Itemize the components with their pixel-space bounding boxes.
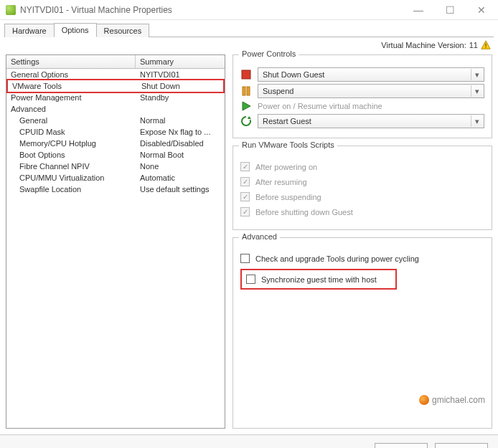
settings-row[interactable]: Advanced bbox=[6, 103, 225, 115]
settings-list: Settings Summary General OptionsNYITVDI0… bbox=[6, 54, 225, 429]
settings-row[interactable]: CPUID MaskExpose Nx flag to ... bbox=[6, 126, 225, 138]
poweron-text: Power on / Resume virtual machine bbox=[258, 102, 382, 110]
chevron-down-icon: ▾ bbox=[471, 85, 482, 97]
checkbox-icon[interactable] bbox=[246, 275, 255, 284]
vm-version-value: 11 bbox=[469, 41, 478, 49]
settings-row[interactable]: CPU/MMU VirtualizationAutomatic bbox=[6, 172, 225, 184]
minimize-button[interactable]: — bbox=[408, 4, 429, 16]
settings-row-name: Power Management bbox=[6, 92, 136, 103]
power-controls-legend: Power Controls bbox=[239, 49, 299, 58]
settings-row[interactable]: Boot OptionsNormal Boot bbox=[6, 149, 225, 161]
pause-icon bbox=[240, 85, 252, 97]
cancel-button[interactable]: Cancel bbox=[435, 443, 488, 449]
settings-row-summary bbox=[136, 103, 225, 115]
settings-row-name: Advanced bbox=[6, 103, 136, 115]
settings-row[interactable]: Memory/CPU HotplugDisabled/Disabled bbox=[6, 138, 225, 149]
svg-rect-5 bbox=[247, 87, 250, 95]
power-controls-group: Power Controls Shut Down Guest ▾ Suspend… bbox=[232, 54, 492, 138]
suspend-dropdown-value: Suspend bbox=[263, 87, 293, 95]
col-summary[interactable]: Summary bbox=[136, 55, 225, 68]
watermark: gmichael.com bbox=[419, 395, 485, 405]
settings-row-name: Memory/CPU Hotplug bbox=[6, 138, 136, 149]
settings-row-summary: Normal bbox=[136, 115, 225, 126]
settings-row-summary: None bbox=[136, 161, 225, 172]
sync-guest-time[interactable]: Synchronize guest time with host bbox=[246, 275, 377, 284]
svg-rect-1 bbox=[485, 43, 486, 46]
settings-row-summary: Disabled/Disabled bbox=[136, 138, 225, 149]
settings-list-header: Settings Summary bbox=[6, 55, 225, 69]
checkbox-icon: ✓ bbox=[240, 162, 250, 171]
scripts-legend: Run VMware Tools Scripts bbox=[239, 140, 337, 149]
watermark-text: gmichael.com bbox=[432, 395, 485, 405]
settings-row-name: CPU/MMU Virtualization bbox=[6, 172, 136, 184]
shutdown-dropdown[interactable]: Shut Down Guest ▾ bbox=[258, 67, 484, 82]
tab-hardware[interactable]: Hardware bbox=[4, 24, 55, 37]
chevron-down-icon: ▾ bbox=[471, 69, 482, 80]
chevron-down-icon: ▾ bbox=[471, 115, 482, 127]
settings-row-summary: Standby bbox=[136, 92, 225, 103]
check-upgrade-tools[interactable]: Check and upgrade Tools during power cyc… bbox=[240, 254, 484, 263]
settings-row-name: Boot Options bbox=[6, 149, 136, 161]
settings-row-summary: Shut Down bbox=[137, 80, 223, 92]
maximize-button[interactable]: ☐ bbox=[439, 4, 461, 16]
settings-row-summary: Expose Nx flag to ... bbox=[136, 126, 225, 138]
stop-icon bbox=[240, 69, 252, 80]
shutdown-dropdown-value: Shut Down Guest bbox=[263, 70, 324, 79]
settings-row-name: General bbox=[6, 115, 136, 126]
checkbox-icon: ✓ bbox=[240, 207, 250, 216]
checkbox-icon[interactable] bbox=[240, 254, 250, 263]
settings-row[interactable]: Swapfile LocationUse default settings bbox=[6, 184, 225, 195]
restart-dropdown-value: Restart Guest bbox=[263, 117, 311, 125]
settings-row-summary: Automatic bbox=[136, 172, 225, 184]
settings-row-name: Swapfile Location bbox=[6, 184, 136, 195]
svg-marker-7 bbox=[248, 116, 251, 119]
settings-row[interactable]: VMware ToolsShut Down bbox=[6, 79, 225, 93]
warning-icon bbox=[481, 40, 491, 50]
svg-marker-6 bbox=[243, 102, 250, 110]
play-icon bbox=[240, 100, 252, 112]
settings-row[interactable]: Fibre Channel NPIVNone bbox=[6, 161, 225, 172]
script-after-poweron: ✓ After powering on bbox=[240, 162, 484, 171]
settings-row-name: VMware Tools bbox=[8, 80, 137, 92]
checkbox-icon: ✓ bbox=[240, 177, 250, 186]
window-buttons: — ☐ ✕ bbox=[408, 4, 492, 16]
svg-rect-2 bbox=[485, 47, 486, 48]
suspend-dropdown[interactable]: Suspend ▾ bbox=[258, 84, 484, 98]
watermark-icon bbox=[419, 395, 429, 405]
script-after-resuming: ✓ After resuming bbox=[240, 177, 484, 186]
settings-rows: General OptionsNYITVDI01VMware ToolsShut… bbox=[6, 69, 225, 428]
ok-button[interactable]: OK bbox=[375, 443, 428, 449]
settings-row-summary: Normal Boot bbox=[136, 149, 225, 161]
svg-rect-4 bbox=[243, 87, 245, 95]
settings-row-name: Fibre Channel NPIV bbox=[6, 161, 136, 172]
advanced-legend: Advanced bbox=[239, 232, 280, 241]
window-title: NYITVDI01 - Virtual Machine Properties bbox=[20, 5, 408, 15]
titlebar: NYITVDI01 - Virtual Machine Properties —… bbox=[0, 0, 498, 20]
restart-icon bbox=[240, 115, 252, 127]
col-settings[interactable]: Settings bbox=[6, 55, 136, 68]
settings-row-name: CPUID Mask bbox=[6, 126, 136, 138]
settings-row[interactable]: GeneralNormal bbox=[6, 115, 225, 126]
sync-time-highlight: Synchronize guest time with host bbox=[240, 269, 397, 290]
close-button[interactable]: ✕ bbox=[471, 4, 492, 16]
tab-bar: Hardware Options Resources bbox=[0, 20, 498, 37]
scripts-group: Run VMware Tools Scripts ✓ After powerin… bbox=[232, 146, 492, 230]
vsphere-icon bbox=[6, 5, 16, 15]
tab-resources[interactable]: Resources bbox=[96, 24, 150, 37]
checkbox-icon: ✓ bbox=[240, 192, 250, 201]
script-before-suspending: ✓ Before suspending bbox=[240, 192, 484, 201]
dialog-footer: OK Cancel bbox=[0, 434, 498, 448]
svg-rect-3 bbox=[242, 70, 250, 79]
tab-options[interactable]: Options bbox=[54, 23, 97, 37]
settings-row[interactable]: Power ManagementStandby bbox=[6, 92, 225, 103]
settings-row-summary: Use default settings bbox=[136, 184, 225, 195]
vm-version-label: Virtual Machine Version: bbox=[381, 41, 466, 49]
restart-dropdown[interactable]: Restart Guest ▾ bbox=[258, 114, 484, 128]
script-before-shutdown: ✓ Before shutting down Guest bbox=[240, 207, 484, 216]
